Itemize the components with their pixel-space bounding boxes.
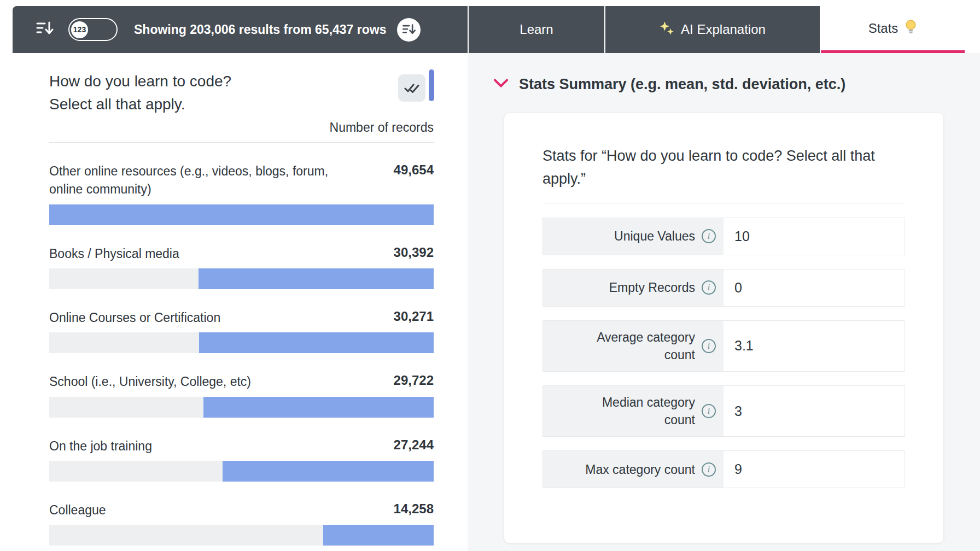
expand-rows-button[interactable] bbox=[397, 18, 421, 42]
tab-ai-label: AI Explanation bbox=[681, 22, 766, 37]
stat-label: Median category count bbox=[578, 394, 695, 429]
stat-value: 0 bbox=[724, 269, 905, 306]
results-summary: Showing 203,006 results from 65,437 rows bbox=[134, 22, 386, 37]
category-label: Colleague bbox=[49, 501, 339, 519]
stat-row-empty-records: Empty Records 0 bbox=[542, 269, 905, 307]
stat-row-unique-values: Unique Values 10 bbox=[542, 218, 905, 255]
stat-value: 3.1 bbox=[724, 321, 905, 371]
stat-label: Max category count bbox=[585, 461, 695, 478]
category-value: 30,271 bbox=[394, 309, 434, 324]
value-column-header: Number of records bbox=[49, 120, 434, 135]
scrollbar-thumb[interactable] bbox=[429, 69, 434, 101]
bar-track[interactable] bbox=[49, 525, 434, 546]
stat-label-cell: Max category count bbox=[543, 451, 724, 488]
stat-label-cell: Empty Records bbox=[543, 269, 724, 306]
stat-row-median-category-count: Median category count 3 bbox=[542, 385, 905, 437]
stat-row-average-category-count: Average category count 3.1 bbox=[542, 320, 905, 372]
tab-stats[interactable]: Stats bbox=[821, 6, 965, 53]
info-icon[interactable] bbox=[702, 339, 716, 353]
category-row: Other online resources (e.g., videos, bl… bbox=[49, 162, 434, 225]
stat-value: 10 bbox=[724, 218, 905, 255]
stat-row-max-category-count: Max category count 9 bbox=[542, 450, 905, 488]
category-label: Books / Physical media bbox=[49, 245, 339, 263]
tab-ai-explanation[interactable]: AI Explanation bbox=[605, 6, 820, 53]
sort-rows-icon[interactable] bbox=[36, 20, 54, 39]
category-value: 29,722 bbox=[394, 373, 434, 388]
stats-table: Unique Values 10 Empty Records 0 Average… bbox=[542, 218, 905, 489]
bar-track[interactable] bbox=[49, 268, 434, 289]
info-icon[interactable] bbox=[702, 462, 716, 477]
stat-label-cell: Average category count bbox=[543, 321, 724, 371]
stats-summary-header[interactable]: Stats Summary (e.g. mean, std. deviation… bbox=[494, 76, 980, 93]
category-label: Online Courses or Certification bbox=[49, 309, 339, 327]
stats-summary-title: Stats Summary (e.g. mean, std. deviation… bbox=[519, 76, 845, 93]
bar-track[interactable] bbox=[49, 461, 434, 482]
bar-track[interactable] bbox=[49, 332, 434, 353]
category-label: Other online resources (e.g., videos, bl… bbox=[49, 162, 339, 199]
lightbulb-icon bbox=[905, 19, 917, 37]
category-label: On the job training bbox=[49, 437, 339, 455]
stat-label-cell: Median category count bbox=[543, 386, 724, 436]
category-row: School (i.e., University, College, etc) … bbox=[49, 373, 434, 417]
bar-track[interactable] bbox=[49, 397, 434, 418]
stats-card-title: Stats for “How do you learn to code? Sel… bbox=[542, 145, 895, 191]
category-row: Online Courses or Certification 30,271 bbox=[49, 309, 434, 353]
tab-learn-label: Learn bbox=[520, 22, 553, 37]
stats-panel: Stats Summary (e.g. mean, std. deviation… bbox=[468, 53, 980, 551]
bar-fill[interactable] bbox=[199, 332, 434, 353]
category-row: On the job training 27,244 bbox=[49, 437, 434, 482]
select-all-button[interactable] bbox=[398, 74, 425, 102]
stat-label: Empty Records bbox=[609, 279, 695, 296]
divider bbox=[542, 203, 905, 203]
double-check-icon bbox=[404, 82, 419, 94]
info-icon[interactable] bbox=[702, 229, 716, 243]
chevron-down-icon[interactable] bbox=[494, 79, 508, 90]
stat-value: 3 bbox=[724, 386, 905, 436]
info-icon[interactable] bbox=[702, 404, 716, 418]
bar-fill[interactable] bbox=[49, 204, 434, 225]
top-bar: 123 Showing 203,006 results from 65,437 … bbox=[13, 6, 966, 53]
question-title: How do you learn to code? Select all tha… bbox=[49, 70, 355, 116]
stat-label: Average category count bbox=[578, 329, 695, 364]
tab-learn[interactable]: Learn bbox=[469, 6, 604, 53]
category-value: 27,244 bbox=[394, 437, 434, 453]
numeric-type-toggle[interactable]: 123 bbox=[68, 18, 118, 41]
tab-stats-label: Stats bbox=[868, 21, 899, 36]
category-row: Books / Physical media 30,392 bbox=[49, 245, 434, 289]
divider bbox=[49, 142, 434, 143]
question-title-line2: Select all that apply. bbox=[49, 93, 355, 116]
sparkles-icon bbox=[660, 21, 674, 39]
bar-fill[interactable] bbox=[199, 268, 434, 289]
info-icon[interactable] bbox=[702, 280, 716, 295]
bar-fill[interactable] bbox=[203, 397, 434, 418]
stats-card: Stats for “How do you learn to code? Sel… bbox=[504, 113, 944, 543]
stat-label: Unique Values bbox=[614, 227, 695, 245]
category-row: Colleague 14,258 bbox=[49, 501, 434, 546]
toolbar: 123 Showing 203,006 results from 65,437 … bbox=[13, 6, 468, 53]
category-label: School (i.e., University, College, etc) bbox=[49, 373, 339, 391]
question-title-line1: How do you learn to code? bbox=[49, 70, 355, 93]
stat-label-cell: Unique Values bbox=[543, 218, 724, 255]
category-value: 14,258 bbox=[394, 501, 434, 517]
field-summary-panel: How do you learn to code? Select all tha… bbox=[0, 53, 468, 551]
sort-arrow-icon bbox=[402, 23, 416, 36]
category-value: 30,392 bbox=[394, 245, 434, 260]
bar-fill[interactable] bbox=[323, 525, 434, 546]
category-value: 49,654 bbox=[394, 162, 434, 178]
stat-value: 9 bbox=[724, 451, 905, 488]
bar-fill[interactable] bbox=[223, 461, 434, 482]
bar-track[interactable] bbox=[49, 204, 434, 225]
numeric-type-badge: 123 bbox=[71, 21, 88, 38]
